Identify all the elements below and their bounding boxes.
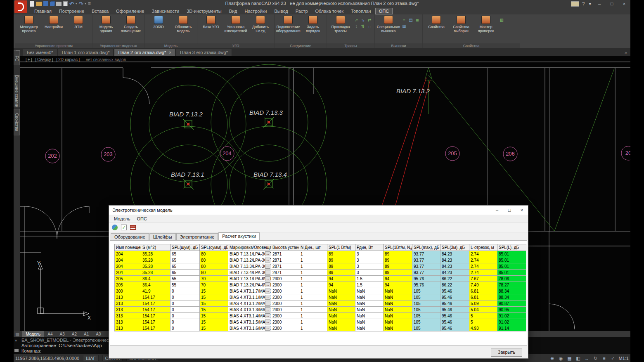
table-cell[interactable]: 2300 bbox=[271, 307, 299, 313]
dialog-maximize-button[interactable]: □ bbox=[503, 206, 516, 215]
status-refresh-icon[interactable]: ↻ bbox=[593, 355, 599, 361]
small-tool-icon[interactable]: ↘ bbox=[360, 17, 366, 23]
dialog-tab-Электропитание[interactable]: Электропитание bbox=[176, 233, 218, 240]
table-cell[interactable]: 204 bbox=[115, 263, 141, 270]
table-cell[interactable]: 2300 bbox=[271, 276, 299, 282]
dialog-tab-Шлейфы[interactable]: Шлейфы bbox=[149, 233, 176, 240]
table-cell[interactable]: 313 bbox=[115, 300, 141, 307]
column-header[interactable]: SPL(1Вт/м, N,д bbox=[384, 244, 412, 251]
table-cell[interactable]: BIAD 7.13.4/LPA-3C [П... bbox=[228, 270, 271, 276]
table-cell[interactable]: NaN bbox=[355, 294, 384, 300]
keyboard-icon[interactable] bbox=[14, 349, 19, 352]
table-cell[interactable]: 154.17 bbox=[141, 319, 170, 325]
ribbon-button[interactable]: Обновить модель bbox=[171, 16, 195, 33]
table-cell[interactable]: 95.46 bbox=[440, 300, 469, 307]
table-cell[interactable]: 65 bbox=[170, 270, 200, 276]
dialog-tab-Расчет акустики[interactable]: Расчет акустики bbox=[218, 232, 260, 240]
update-model-icon[interactable] bbox=[112, 225, 118, 230]
small-tool-icon[interactable]: ▦ bbox=[401, 24, 407, 29]
table-cell[interactable]: 89 bbox=[327, 251, 355, 257]
table-cell[interactable]: BIAS 4.XT3.1.6/МАЯК... bbox=[228, 325, 271, 331]
table-cell[interactable]: 55 bbox=[170, 276, 200, 282]
table-cell[interactable]: 95.46 bbox=[440, 294, 469, 300]
column-header[interactable]: Маркировка/Оповещат bbox=[228, 244, 271, 251]
status-pan-icon[interactable]: ⊕ bbox=[549, 355, 555, 361]
table-cell[interactable]: 5 bbox=[469, 319, 497, 325]
table-cell[interactable]: 78.06 bbox=[497, 276, 526, 282]
table-cell[interactable]: 105 bbox=[412, 307, 440, 313]
table-cell[interactable]: 91.14 bbox=[497, 325, 526, 331]
table-cell[interactable]: NaN bbox=[327, 294, 355, 300]
table-cell[interactable]: 94 bbox=[384, 276, 412, 282]
table-cell[interactable]: 95.46 bbox=[440, 325, 469, 331]
ribbon-tab-Построение[interactable]: Построение bbox=[56, 8, 88, 14]
ribbon-button[interactable]: Прокладка трассы bbox=[329, 16, 353, 33]
column-header[interactable]: SPL(1 Вт/м) bbox=[327, 244, 355, 251]
table-cell[interactable]: 313 bbox=[115, 313, 141, 319]
ribbon-button[interactable]: База УГО bbox=[199, 16, 223, 29]
table-cell[interactable]: 93.77 bbox=[412, 263, 440, 270]
table-cell[interactable]: 90.87 bbox=[497, 300, 526, 307]
table-cell[interactable]: 3 bbox=[355, 263, 384, 270]
table-cell[interactable]: NaN bbox=[384, 313, 412, 319]
table-cell[interactable]: NaN bbox=[384, 294, 412, 300]
small-tool-icon[interactable]: ↕ bbox=[353, 24, 359, 29]
table-cell[interactable]: 1 bbox=[299, 288, 327, 294]
table-cell[interactable]: 300 bbox=[115, 288, 141, 294]
table-cell[interactable]: 85.01 bbox=[497, 251, 526, 257]
ribbon-button[interactable]: Подключение оборудования bbox=[276, 16, 300, 33]
table-cell[interactable]: 154.17 bbox=[141, 300, 170, 307]
table-cell[interactable]: 2871 bbox=[271, 251, 299, 257]
table-cell[interactable]: 3 bbox=[355, 257, 384, 263]
table-cell[interactable]: 88.34 bbox=[497, 288, 526, 294]
table-cell[interactable]: 154.17 bbox=[141, 294, 170, 300]
ribbon-button[interactable]: ЭТМ bbox=[66, 16, 90, 29]
dialog-menu-ОПС[interactable]: ОПС bbox=[133, 215, 150, 222]
ribbon-button[interactable]: Модель здания bbox=[94, 16, 118, 33]
layout-tab-A4[interactable]: A4 bbox=[44, 331, 56, 337]
redo-icon[interactable]: ↷ bbox=[78, 1, 83, 7]
table-cell[interactable]: NaN bbox=[355, 300, 384, 307]
dialog-menu-Модель[interactable]: Модель bbox=[111, 215, 133, 222]
table-cell[interactable]: 1.5 bbox=[355, 276, 384, 282]
table-cell[interactable]: 105 bbox=[412, 319, 440, 325]
dialog-close-action-button[interactable]: Закрыть bbox=[491, 348, 522, 357]
table-cell[interactable]: 2.74 bbox=[469, 263, 497, 270]
table-cell[interactable]: 3 bbox=[355, 251, 384, 257]
doc-tab[interactable]: План 3-его этажа.dwg* bbox=[176, 49, 232, 56]
table-cell[interactable]: NaN bbox=[355, 288, 384, 294]
column-header[interactable]: SPL(шум), дБ bbox=[170, 244, 200, 251]
table-cell[interactable]: BIAS 4.XT3.1.7/МАЯК... bbox=[228, 288, 271, 294]
table-cell[interactable]: BIAD 7.13.2/LPA-6W [П... bbox=[228, 282, 271, 288]
table-cell[interactable]: 105 bbox=[412, 300, 440, 307]
table-cell[interactable]: 1 bbox=[299, 319, 327, 325]
table-cell[interactable]: BIAS 4.XT3.1.4/МАЯК... bbox=[228, 313, 271, 319]
table-cell[interactable]: 15 bbox=[200, 325, 228, 331]
table-cell[interactable]: 5.09 bbox=[469, 300, 497, 307]
table-cell[interactable]: NaN bbox=[327, 307, 355, 313]
table-cell[interactable]: BIAS 4.XT3.1.5/МАЯК... bbox=[228, 319, 271, 325]
table-cell[interactable]: 6.81 bbox=[469, 288, 497, 294]
table-cell[interactable]: 15 bbox=[200, 307, 228, 313]
ribbon-button[interactable]: Задать порядок bbox=[301, 16, 325, 33]
table-cell[interactable]: BIAS 4.XT3.1.2/МАЯК... bbox=[228, 300, 271, 307]
table-cell[interactable]: 7.49 bbox=[469, 282, 497, 288]
print-icon[interactable] bbox=[56, 2, 62, 6]
save-all-icon[interactable] bbox=[50, 2, 54, 6]
table-cell[interactable]: 15 bbox=[200, 319, 228, 325]
table-cell[interactable]: BIAD 7.13.1/LPA-6W [П... bbox=[228, 276, 271, 282]
column-header[interactable]: Имя помещени bbox=[115, 244, 141, 251]
layout-tab-A0[interactable]: A0 bbox=[92, 331, 104, 337]
table-cell[interactable]: 1 bbox=[299, 257, 327, 263]
ellipsis-button[interactable]: ... bbox=[265, 270, 270, 275]
layout-tab-A1[interactable]: A1 bbox=[80, 331, 92, 337]
layout-tab-Модель[interactable]: Модель bbox=[22, 331, 44, 337]
table-cell[interactable]: 41.9 bbox=[141, 288, 170, 294]
open-file-icon[interactable] bbox=[36, 2, 42, 6]
ribbon-tab-Настройки[interactable]: Настройки bbox=[242, 8, 270, 14]
undo-icon[interactable]: ↶ bbox=[69, 1, 74, 7]
table-cell[interactable]: NaN bbox=[327, 300, 355, 307]
small-tool-icon[interactable]: ↗ bbox=[353, 17, 359, 23]
small-tool-icon[interactable]: ▧ bbox=[499, 17, 504, 23]
table-cell[interactable]: 91.02 bbox=[497, 313, 526, 319]
